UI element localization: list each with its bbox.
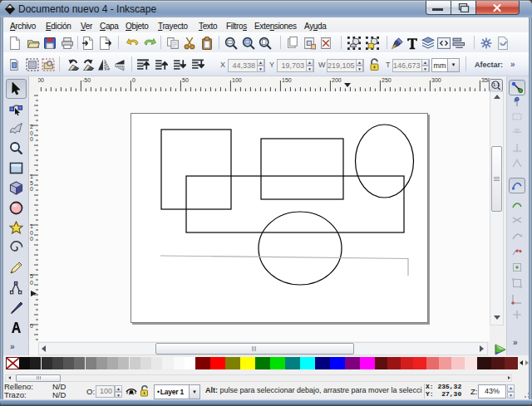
svg-text:0: 0 <box>132 77 135 83</box>
svg-text:1:1: 1:1 <box>493 82 500 87</box>
svg-text:-100: -100 <box>38 77 44 83</box>
svg-text:-50: -50 <box>82 77 91 83</box>
svg-text:100: 100 <box>232 77 242 83</box>
svg-text:150: 150 <box>282 77 292 83</box>
svg-text:250: 250 <box>382 77 392 83</box>
svg-text:50: 50 <box>182 77 189 83</box>
svg-text:200: 200 <box>332 77 342 83</box>
svg-text:300: 300 <box>431 77 441 83</box>
